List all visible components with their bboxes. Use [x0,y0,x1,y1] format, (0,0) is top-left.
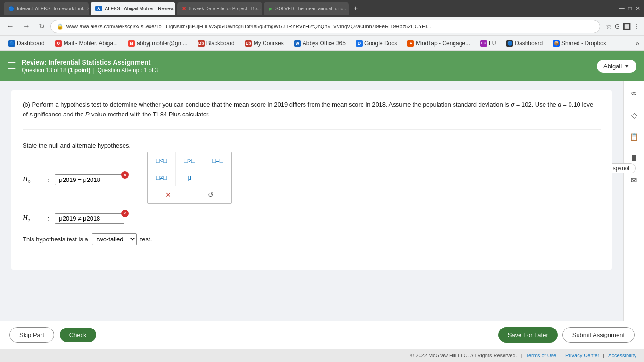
dashboard2-icon: 🔵 [506,40,513,47]
window-controls: — □ ✕ [619,5,640,12]
h1-notation: H1 [23,214,41,223]
side-tools: ∞ ◇ 📋 🖩 ✉ [623,81,644,321]
menu-icon[interactable]: ⋮ [634,23,640,30]
new-tab-button[interactable]: + [351,4,361,13]
tool-mail[interactable]: ✉ [627,173,642,188]
bookmark-dashboard2[interactable]: 🔵 Dashboard [503,39,546,48]
header-divider: | [93,67,94,74]
tab-solved[interactable]: ▶ SOLVED:The mean annual tuitio... ✕ [264,2,349,15]
close-window-button[interactable]: ✕ [636,5,640,12]
lu-icon: LU [480,40,487,47]
h0-input-container: ✕ [55,174,124,185]
maximize-button[interactable]: □ [628,5,632,12]
aleks-header: ☰ Review: Inferential Statistics Assignm… [0,51,644,81]
extensions-icon[interactable]: 🔲 [623,23,631,30]
googledocs-icon: D [356,40,363,47]
question-number: Question 13 of 18 (1 point) [22,67,90,74]
h1-input-container: ✕ [55,213,124,224]
question-text: (b) Perform a hypothesis test to determi… [23,100,601,120]
skip-part-button[interactable]: Skip Part [9,327,54,343]
bookmark-star-icon[interactable]: ☆ [606,23,612,30]
minimize-button[interactable]: — [619,5,625,12]
bookmark-mindtap[interactable]: ● MindTap - Cengage... [404,39,474,48]
bookmark-blackboard[interactable]: Bb Blackboard [194,39,239,48]
sym-mu[interactable]: μ [176,169,204,186]
h0-input[interactable] [59,176,120,183]
tab-aleks[interactable]: A ALEKS - Abigail Mohler - Review... ✕ [91,2,175,15]
h1-colon: : [47,214,49,222]
browser-action-icons: ☆ G 🔲 ⋮ [606,23,640,30]
dropbox-icon: 📦 [553,40,560,47]
hamburger-menu[interactable]: ☰ [8,60,16,72]
test-type-suffix: test. [140,236,152,243]
main-content: Español (b) Perform a hypothesis test to… [0,81,644,321]
address-bar[interactable]: 🔒 www-awa.aleks.com/alekscgi/x/Isl.exe/1… [50,20,600,33]
save-for-later-button[interactable]: Save For Later [498,327,558,343]
more-bookmarks-icon[interactable]: » [636,40,639,47]
tab-datafile[interactable]: ✖ 8 week Data File for Project - Bo... ✕ [177,2,262,15]
symbol-row-actions: ✕ ↺ [148,186,231,203]
bookmark-mycourses[interactable]: Bb My Courses [241,39,288,48]
bookmark-dropbox[interactable]: 📦 Shared - Dropbox [549,39,610,48]
bookmark-googledocs[interactable]: D Google Docs [352,39,401,48]
bookmark-mail[interactable]: O Mail - Mohler, Abiga... [51,39,122,48]
sym-not-equal[interactable]: □≠□ [148,169,176,186]
bookmark-dashboard[interactable]: 🔵 Dashboard [5,39,49,48]
footer: Skip Part Check Save For Later Submit As… [0,321,644,349]
tab-close-interact[interactable]: ✕ [87,6,89,11]
test-type-row: This hypothesis test is a two-tailed lef… [23,233,601,245]
copyright-text: © 2022 McGraw Hill LLC. All Rights Reser… [410,353,517,358]
h1-input[interactable] [59,215,120,222]
app-area: ☰ Review: Inferential Statistics Assignm… [0,51,644,362]
symbol-row-1: □<□ □>□ □=□ [148,152,231,169]
h0-error-badge[interactable]: ✕ [121,171,129,179]
sym-delete-button[interactable]: ✕ [148,186,190,203]
sym-less-than[interactable]: □<□ [148,152,176,169]
mail-icon: O [55,40,62,47]
tool-zoom[interactable]: ∞ [627,86,642,101]
hypotheses-section: State the null and alternate hypotheses.… [23,137,601,250]
copyright-bar: © 2022 McGraw Hill LLC. All Rights Reser… [0,349,644,362]
forward-button[interactable]: → [20,21,33,32]
accessibility-link[interactable]: Accessibility [608,353,636,358]
mindtap-icon: ● [407,40,414,47]
h1-error-badge[interactable]: ✕ [121,210,129,217]
question-box: (b) Perform a hypothesis test to determi… [11,90,612,270]
attempt-label: Question Attempt: 1 of 3 [98,67,158,74]
terms-of-use-link[interactable]: Terms of Use [526,353,556,358]
user-menu-button[interactable]: Abigail ▼ [597,60,636,73]
bookmarks-bar: 🔵 Dashboard O Mail - Mohler, Abiga... M … [0,36,644,51]
symbol-row-2: □≠□ μ [148,169,231,186]
privacy-center-link[interactable]: Privacy Center [565,353,599,358]
test-type-select[interactable]: two-tailed left-tailed right-tailed [92,233,137,245]
submit-assignment-button[interactable]: Submit Assignment [562,327,635,343]
bookmark-gmail[interactable]: M abbyj.mohler@gm... [124,39,191,48]
dashboard-icon: 🔵 [8,40,15,47]
footer-right: Save For Later Submit Assignment [498,327,635,343]
h0-colon: : [47,176,49,184]
tool-bookmark[interactable]: ◇ [627,107,642,123]
header-subtitle: Question 13 of 18 (1 point) | Question A… [22,67,597,74]
sym-equals[interactable]: □=□ [204,152,232,169]
symbol-pad: □<□ □>□ □=□ □≠□ μ ✕ ↺ [147,152,232,204]
test-type-prefix: This hypothesis test is a [23,236,88,243]
h0-row: H0 : ✕ □<□ □>□ □=□ [23,156,601,204]
bookmark-office365[interactable]: W Abbys Office 365 [290,39,349,48]
bookmark-lu[interactable]: LU LU [477,39,500,48]
office365-icon: W [294,40,301,47]
h0-notation: H0 [23,175,41,184]
header-text: Review: Inferential Statistics Assignmen… [22,58,597,74]
check-button[interactable]: Check [60,328,96,342]
address-bar-row: ← → ↻ 🔒 www-awa.aleks.com/alekscgi/x/Isl… [0,17,644,36]
sym-reset-button[interactable]: ↺ [190,186,232,203]
tab-interact[interactable]: 🔵 Interact: ALEKS Homework Link ✕ [4,2,89,15]
mycourses-icon: Bb [245,40,252,47]
refresh-button[interactable]: ↻ [36,21,48,32]
profile-icon[interactable]: G [615,23,620,30]
tool-notes[interactable]: 📋 [627,129,642,144]
back-button[interactable]: ← [4,21,17,32]
assignment-title: Review: Inferential Statistics Assignmen… [22,58,597,66]
gmail-icon: M [128,40,135,47]
sym-greater-than[interactable]: □>□ [176,152,204,169]
h1-row: H1 : ✕ [23,213,601,224]
